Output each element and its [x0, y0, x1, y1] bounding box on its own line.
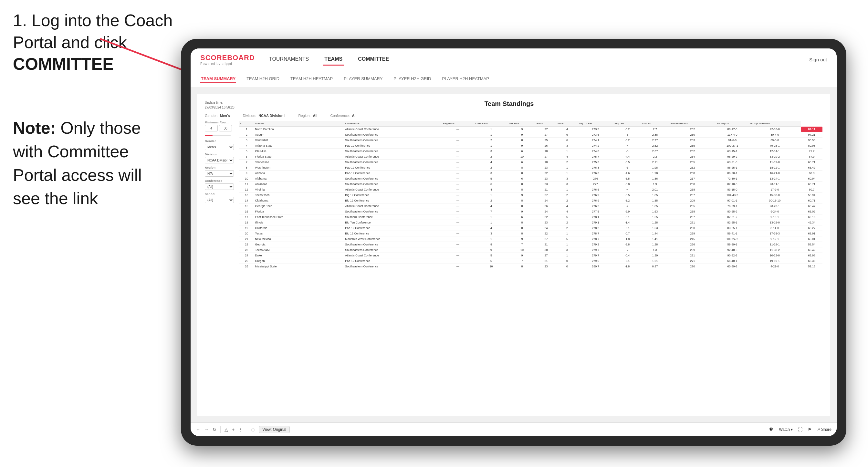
nav-tournaments[interactable]: TOURNAMENTS	[268, 54, 310, 66]
region-select[interactable]: N/A	[205, 170, 234, 177]
cell-low-rd: 262	[669, 127, 716, 132]
conference-select[interactable]: (All)	[205, 183, 234, 190]
cell-wins: 6	[557, 132, 578, 137]
nav-teams[interactable]: TEAMS	[323, 54, 344, 66]
toolbar-add-icon[interactable]: +	[232, 427, 235, 432]
toolbar-back-icon[interactable]: ←	[196, 427, 200, 432]
cell-rank: 9	[239, 170, 254, 176]
cell-rank: 22	[239, 242, 254, 247]
cell-wins: 2	[557, 225, 578, 231]
cell-avg-sg: 1.44	[641, 231, 669, 237]
cell-reg-rank: —	[442, 149, 474, 154]
sign-out-link[interactable]: Sign out	[809, 57, 827, 62]
cell-rnds: 27	[536, 237, 557, 242]
toolbar-clock-icon[interactable]: ◌	[251, 427, 255, 432]
min-rounds-input2[interactable]	[219, 125, 232, 131]
cell-wins: 4	[557, 154, 578, 160]
main-body: Minimum Rou... Gender Men's	[205, 121, 823, 269]
cell-adj-par: 276.2	[578, 204, 614, 209]
cell-record: 15-32-0	[748, 192, 801, 198]
gender-select[interactable]: Men's	[205, 144, 234, 150]
main-content: Update time: 27/03/2024 16:56:26 Team St…	[191, 87, 837, 423]
cell-pts: 68.38	[801, 258, 823, 264]
cell-low-rd: 268	[669, 170, 716, 176]
school-select[interactable]: (All)	[205, 197, 234, 203]
cell-record: 23-11-1	[748, 182, 801, 187]
view-original-button[interactable]: View: Original	[259, 426, 290, 433]
cell-rnds: 27	[536, 132, 557, 137]
cell-wins: 5	[557, 237, 578, 242]
cell-reg-rank: —	[442, 198, 474, 204]
cell-adj-sg: -5	[614, 132, 641, 137]
cell-reg-rank: —	[442, 237, 474, 242]
cell-rnds: 27	[536, 127, 557, 132]
cell-record: 13-24-1	[748, 176, 801, 182]
cell-wins: 2	[557, 192, 578, 198]
watch-icon: 👁	[769, 427, 774, 432]
cell-pts: 60.47	[801, 204, 823, 209]
toolbar-share-icon[interactable]: △	[224, 427, 228, 432]
region-filter: Region: All	[299, 114, 317, 118]
cell-rank: 12	[239, 187, 254, 192]
sub-nav-player-h2h-grid[interactable]: PLAYER H2H GRID	[393, 75, 432, 83]
cell-school: California	[254, 225, 344, 231]
min-rounds-input1[interactable]	[205, 125, 218, 131]
cell-pts: 49.34	[801, 220, 823, 225]
cell-overall: 117-4-0	[716, 132, 748, 137]
toolbar-dots-icon[interactable]: ⋮	[239, 427, 243, 432]
watch-button[interactable]: Watch ▾	[779, 427, 793, 432]
toolbar-expand-icon[interactable]: ⛶	[798, 427, 802, 432]
conference-select-group: Conference (All)	[205, 179, 234, 190]
toolbar-forward-icon[interactable]: →	[204, 427, 209, 432]
cell-wins: 1	[557, 187, 578, 192]
cell-conf: Southeastern Conference	[344, 160, 442, 165]
cell-low-rd: 271	[669, 258, 716, 264]
cell-pts: 68.42	[801, 247, 823, 253]
toolbar-left: ← → ↻ △ + ⋮ ◌ View: Original	[196, 426, 290, 433]
cell-no-tour: 8	[508, 165, 536, 170]
cell-record: 42-16-0	[748, 127, 801, 132]
cell-reg-rank: —	[442, 214, 474, 220]
table-row: 20 Texas Big 12 Conference — 3 8 22 1 27…	[239, 231, 823, 237]
cell-record: 9-24-0	[748, 209, 801, 214]
cell-adj-sg: -0.4	[614, 253, 641, 258]
cell-overall: 83-15-0	[716, 187, 748, 192]
cell-wins: 6	[557, 137, 578, 143]
sub-nav-player-h2h-heatmap[interactable]: PLAYER H2H HEATMAP	[441, 75, 489, 83]
region-label: Region:	[299, 114, 312, 118]
sub-nav-team-summary[interactable]: TEAM SUMMARY	[200, 75, 236, 83]
min-rounds-slider[interactable]	[205, 135, 231, 136]
table-row: 21 New Mexico Mountain West Conference —…	[239, 237, 823, 242]
table-row: 1 North Carolina Atlantic Coast Conferen…	[239, 127, 823, 132]
cell-school: Auburn	[254, 132, 344, 137]
division-select[interactable]: NCAA Division I	[205, 157, 234, 163]
sub-nav-team-h2h-grid[interactable]: TEAM H2H GRID	[246, 75, 280, 83]
cell-adj-sg: -6.2	[614, 137, 641, 143]
cell-overall: 63-15-1	[716, 149, 748, 154]
toolbar-separator	[220, 426, 221, 433]
toolbar-refresh-icon[interactable]: ↻	[213, 427, 216, 432]
sub-nav-player-summary[interactable]: PLAYER SUMMARY	[343, 75, 383, 83]
cell-avg-sg: 1.98	[641, 165, 669, 170]
table-row: 12 Virginia Atlantic Coast Conference — …	[239, 187, 823, 192]
cell-conf: Southeastern Conference	[344, 132, 442, 137]
cell-reg-rank: —	[442, 170, 474, 176]
panel-header: Update time: 27/03/2024 16:56:26 Team St…	[205, 100, 823, 110]
cell-reg-rank: —	[442, 165, 474, 170]
sub-nav-team-h2h-heatmap[interactable]: TEAM H2H HEATMAP	[290, 75, 333, 83]
table-row: 14 Oklahoma Big 12 Conference — 2 8 24 2…	[239, 198, 823, 204]
cell-adj-sg: -3.8	[614, 242, 641, 247]
cell-avg-sg: 1.85	[641, 192, 669, 198]
cell-school: New Mexico	[254, 237, 344, 242]
cell-no-tour: 9	[508, 143, 536, 149]
cell-conf: Big 12 Conference	[344, 198, 442, 204]
cell-conf: Atlantic Coast Conference	[344, 154, 442, 160]
cell-rank: 15	[239, 204, 254, 209]
table-row: 4 Arizona State Pac-12 Conference — 1 9 …	[239, 143, 823, 149]
cell-school: Texas Tech	[254, 192, 344, 198]
share-button[interactable]: ↗ Share	[817, 427, 832, 432]
toolbar-flag-icon[interactable]: ⚑	[808, 427, 812, 432]
gender-value: Men's	[220, 114, 230, 118]
cell-adj-par: 276.6	[578, 187, 614, 192]
nav-committee[interactable]: COMMITTEE	[356, 54, 390, 66]
